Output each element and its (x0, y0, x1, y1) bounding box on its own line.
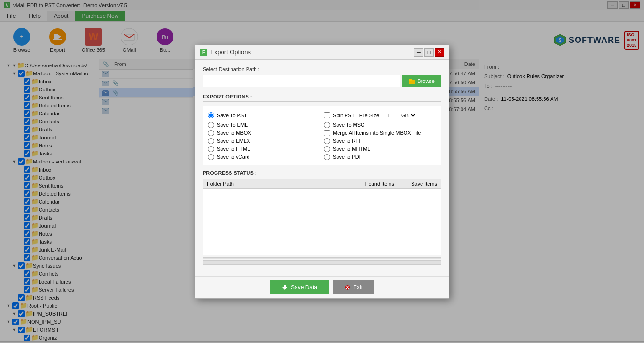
radio-save-pdf[interactable] (324, 154, 330, 160)
radio-save-eml[interactable] (208, 122, 214, 128)
option-save-html[interactable]: Save to HTML (208, 146, 320, 152)
option-save-pst[interactable]: Save To PST (208, 111, 320, 120)
radio-save-emlx[interactable] (208, 138, 214, 144)
option-save-mbox[interactable]: Save to MBOX (208, 130, 320, 136)
destination-browse-button[interactable]: Browse (402, 75, 441, 87)
modal-maximize-button[interactable]: □ (424, 48, 434, 57)
radio-save-html[interactable] (208, 146, 214, 152)
file-size-input[interactable] (382, 111, 396, 120)
folder-icon (409, 78, 415, 84)
option-save-pdf[interactable]: Save to PDF (324, 154, 436, 160)
export-icon: E (200, 49, 207, 56)
file-size-unit-select[interactable]: GB MB (399, 111, 417, 120)
export-options-grid: Save To PST Split PST File Size GB MB (203, 106, 441, 165)
modal-minimize-button[interactable]: ─ (414, 48, 423, 57)
export-options-label: EXPORT OPTIONS : (203, 94, 441, 102)
option-save-vcard[interactable]: Save to vCard (208, 154, 320, 160)
svg-marker-26 (282, 285, 287, 290)
progress-body (203, 189, 441, 255)
modal-body: Select Destination Path : Browse EXPORT … (195, 60, 449, 276)
exit-button[interactable]: Exit (333, 280, 374, 294)
option-save-mhtml[interactable]: Save to MHTML (324, 146, 436, 152)
found-items-header: Found Items (351, 179, 398, 188)
exit-label: Exit (353, 284, 363, 291)
save-icon (281, 284, 288, 291)
svg-text:E: E (202, 50, 206, 55)
option-save-rtf[interactable]: Save to RTF (324, 138, 436, 144)
save-data-button[interactable]: Save Data (270, 280, 329, 294)
export-options-section: EXPORT OPTIONS : Save To PST Split PST F… (203, 94, 441, 165)
modal-title-bar: E Export Options ─ □ ✕ (195, 45, 449, 60)
save-data-label: Save Data (291, 284, 317, 291)
modal-footer: Save Data Exit (195, 276, 449, 298)
progress-table: Folder Path Found Items Save Items (203, 179, 441, 255)
save-items-header: Save Items (398, 179, 441, 188)
destination-path-input[interactable] (203, 75, 400, 87)
progress-section: PROGRESS STATUS : Folder Path Found Item… (203, 170, 441, 265)
checkbox-split-pst[interactable] (324, 112, 330, 118)
radio-save-msg[interactable] (324, 122, 330, 128)
svg-rect-25 (409, 79, 412, 81)
radio-save-pst[interactable] (208, 112, 214, 118)
progress-label: PROGRESS STATUS : (203, 170, 441, 176)
destination-label: Select Destination Path : (203, 66, 441, 72)
progress-table-header: Folder Path Found Items Save Items (203, 179, 441, 189)
modal-window-controls[interactable]: ─ □ ✕ (414, 48, 444, 57)
path-row: Browse (203, 75, 441, 87)
modal-close-button[interactable]: ✕ (435, 48, 444, 57)
radio-save-vcard[interactable] (208, 154, 214, 160)
folder-path-header: Folder Path (203, 179, 351, 188)
radio-save-mhtml[interactable] (324, 146, 330, 152)
checkbox-merge-mbox[interactable] (324, 130, 330, 136)
option-save-emlx[interactable]: Save to EMLX (208, 138, 320, 144)
modal-overlay: E Export Options ─ □ ✕ Select Destinatio… (0, 0, 644, 343)
split-pst-option: Split PST File Size GB MB (324, 111, 436, 120)
radio-save-rtf[interactable] (324, 138, 330, 144)
option-save-msg[interactable]: Save To MSG (324, 122, 436, 128)
modal-title: E Export Options (200, 49, 251, 56)
exit-icon (345, 285, 350, 290)
option-save-eml[interactable]: Save To EML (208, 122, 320, 128)
export-options-dialog: E Export Options ─ □ ✕ Select Destinatio… (195, 45, 449, 299)
radio-save-mbox[interactable] (208, 130, 214, 136)
option-merge-mbox[interactable]: Merge All Items into Single MBOX File (324, 130, 436, 136)
